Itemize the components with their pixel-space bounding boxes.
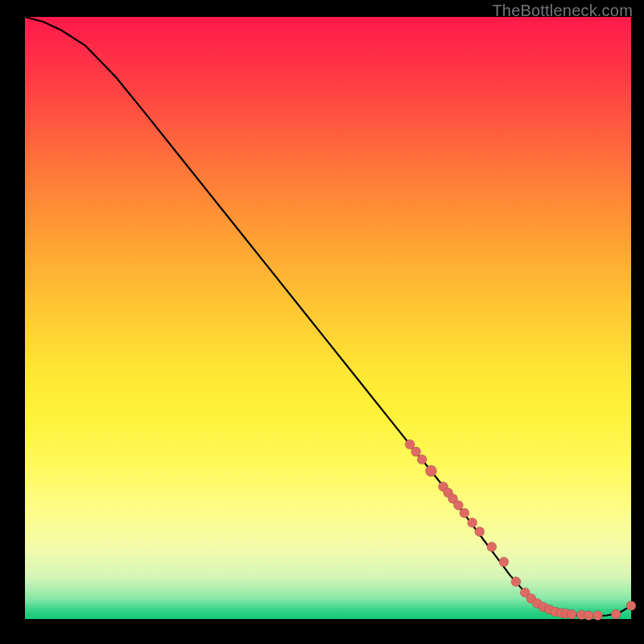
curve-marker	[460, 508, 469, 518]
chart-stage: TheBottleneck.com	[0, 0, 644, 644]
curve-marker	[468, 518, 477, 527]
curve-marker	[511, 577, 521, 587]
curve-marker	[411, 447, 421, 456]
curve-marker	[499, 557, 509, 567]
curve-marker	[453, 501, 463, 510]
chart-overlay-svg	[25, 17, 631, 619]
marker-group	[405, 440, 636, 620]
curve-marker	[567, 609, 576, 619]
curve-marker	[417, 455, 427, 464]
curve-marker	[626, 601, 636, 611]
curve-marker	[584, 611, 593, 621]
curve-marker	[593, 611, 603, 621]
curve-marker	[475, 527, 485, 537]
curve-marker	[487, 542, 497, 551]
curve-marker	[426, 465, 437, 477]
curve-marker	[611, 609, 621, 619]
bottleneck-curve	[25, 17, 631, 616]
